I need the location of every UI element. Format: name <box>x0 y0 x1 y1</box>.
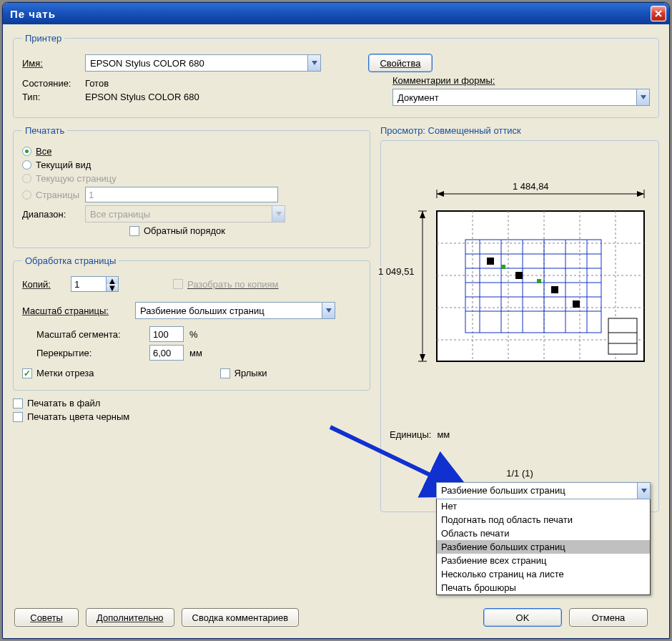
type-value: EPSON Stylus COLOR 680 <box>85 92 199 102</box>
spin-down-icon[interactable]: ▼ <box>107 284 118 291</box>
state-label: Состояние: <box>22 78 79 89</box>
scale-option[interactable]: Подогнать под область печати <box>437 513 650 527</box>
checkbox-icon <box>173 279 183 289</box>
radio-pages: Страницы <box>22 190 79 200</box>
page-scale-select[interactable]: Разбиение больших страниц <box>135 302 335 319</box>
properties-button[interactable]: Свойства <box>368 54 433 72</box>
overlap-input[interactable] <box>149 345 184 361</box>
print-range-group: Печатать Все Текущий вид Текущую страниц… <box>13 125 370 248</box>
page-scale-select-open[interactable]: Разбиение больших страниц <box>436 482 651 499</box>
scale-label: Масштаб страницы: <box>22 305 129 316</box>
window-title: Пе чать <box>10 8 56 20</box>
cutmarks-checkbox[interactable]: Метки отреза <box>22 368 94 378</box>
tile-scale-input[interactable] <box>149 326 184 342</box>
svg-marker-3 <box>437 191 444 197</box>
close-button[interactable] <box>651 6 666 21</box>
comments-select[interactable]: Документ <box>392 89 650 106</box>
printer-name-select[interactable]: EPSON Stylus COLOR 680 <box>85 54 321 72</box>
chevron-down-icon[interactable] <box>322 303 335 318</box>
svg-rect-38 <box>608 318 637 354</box>
svg-rect-32 <box>487 258 494 265</box>
scale-option[interactable]: Разбиение всех страниц <box>437 554 650 567</box>
print-dialog: Пе чать Принтер Имя: EPSON Stylus COLOR … <box>2 2 670 639</box>
copies-spinner[interactable]: ▲▼ <box>71 276 119 292</box>
svg-marker-4 <box>637 191 644 197</box>
close-icon <box>654 9 663 18</box>
tips-button[interactable]: Советы <box>14 608 79 627</box>
preview-height-value: 1 049,51 <box>377 266 416 277</box>
preview-heading: Просмотр: Совмещенный оттиск <box>380 125 659 136</box>
svg-rect-36 <box>501 265 505 269</box>
chevron-down-icon <box>272 206 285 222</box>
svg-marker-9 <box>420 354 425 361</box>
scale-option[interactable]: Несколько страниц на листе <box>437 567 650 581</box>
printer-legend: Принтер <box>22 33 64 44</box>
chevron-down-icon[interactable] <box>637 483 650 499</box>
comments-label: Комментарии и формы: <box>392 75 650 86</box>
svg-rect-33 <box>515 272 523 279</box>
advanced-button[interactable]: Дополнительно <box>86 608 174 627</box>
radio-icon <box>22 147 31 156</box>
checkbox-icon <box>13 398 23 408</box>
copies-label: Копий: <box>22 279 65 290</box>
cancel-button[interactable]: Отмена <box>569 608 648 627</box>
printer-group: Принтер Имя: EPSON Stylus COLOR 680 Свой… <box>13 33 659 118</box>
radio-current-page: Текущую страницу <box>22 173 117 184</box>
range-legend: Печатать <box>22 125 67 136</box>
page-handling-group: Обработка страницы Копий: ▲▼ Разобрать п… <box>13 255 370 391</box>
scale-option[interactable]: Разбиение больших страниц <box>437 540 650 554</box>
radio-all[interactable]: Все <box>22 146 51 157</box>
tile-scale-label: Масштаб сегмента: <box>36 329 144 340</box>
checkbox-icon <box>220 368 230 378</box>
reverse-checkbox[interactable]: Обратный порядок <box>129 225 225 236</box>
checkbox-icon <box>22 368 32 378</box>
svg-rect-34 <box>551 286 558 293</box>
page-counter: 1/1 (1) <box>506 468 533 479</box>
comments-summary-button[interactable]: Сводка комментариев <box>182 608 300 627</box>
chevron-down-icon[interactable] <box>636 89 649 105</box>
radio-current-view[interactable]: Текущий вид <box>22 160 91 170</box>
svg-rect-37 <box>537 279 541 283</box>
subrange-label: Диапазон: <box>22 209 79 220</box>
svg-marker-8 <box>420 211 425 218</box>
preview-drawing <box>394 175 651 390</box>
radio-icon <box>22 174 31 183</box>
radio-icon <box>22 160 31 170</box>
print-black-checkbox[interactable]: Печатать цвета черным <box>13 411 129 422</box>
handling-legend: Обработка страницы <box>22 255 119 266</box>
print-to-file-checkbox[interactable]: Печатать в файл <box>13 398 100 408</box>
scale-option[interactable]: Область печати <box>437 527 650 540</box>
preview-width-value: 1 484,84 <box>510 181 552 192</box>
subrange-select: Все страницы <box>85 205 285 222</box>
titlebar: Пе чать <box>3 3 669 24</box>
svg-rect-35 <box>573 300 580 308</box>
page-scale-dropdown-popup: Разбиение больших страниц НетПодогнать п… <box>436 482 651 595</box>
type-label: Тип: <box>22 92 79 102</box>
labels-checkbox[interactable]: Ярлыки <box>220 368 267 378</box>
chevron-down-icon[interactable] <box>307 55 320 71</box>
overlap-label: Перекрытие: <box>36 348 144 358</box>
checkbox-icon <box>129 226 139 236</box>
scale-option[interactable]: Нет <box>437 499 650 513</box>
checkbox-icon <box>13 412 23 422</box>
radio-icon <box>22 190 31 200</box>
printer-name-label: Имя: <box>22 58 79 69</box>
pages-input <box>85 187 278 202</box>
scale-option[interactable]: Печать брошюры <box>437 581 650 594</box>
state-value: Готов <box>85 78 109 89</box>
collate-checkbox: Разобрать по копиям <box>173 279 279 290</box>
ok-button[interactable]: OK <box>483 608 562 627</box>
